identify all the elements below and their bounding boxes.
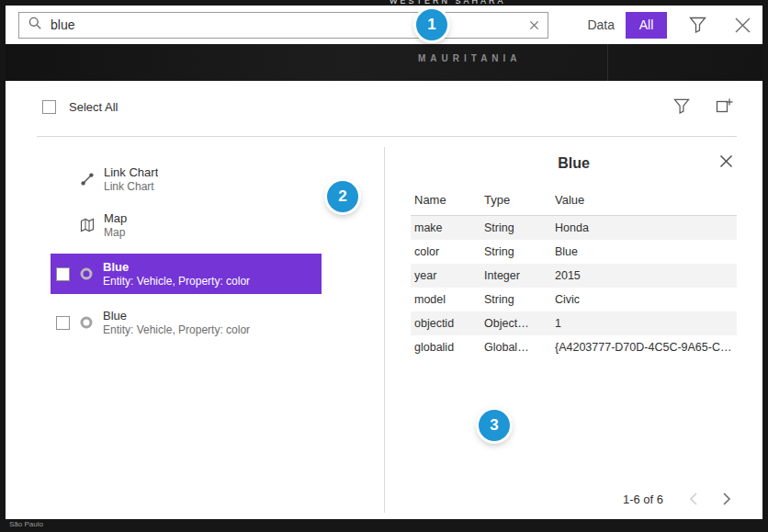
list-item-subtitle: Entity: Vehicle, Property: color [103,323,250,337]
map-icon [80,218,95,232]
select-all-label: Select All [69,100,118,114]
cell-name: objectid [411,317,480,330]
link-chart-icon [80,172,95,187]
callout-badge-1: 1 [416,9,447,40]
app-window: WESTERN SAHARA MAURITANIA São Paulo Data… [0,0,768,532]
cell-type: Object… [480,317,551,330]
map-background: MAURITANIA [6,44,762,81]
property-table: Name Type Value make String Honda color … [411,189,737,359]
clear-search-icon[interactable] [529,20,539,30]
list-item-title: Map [104,211,127,226]
column-header: Name [411,193,480,207]
list-item-map[interactable]: Map Map [51,202,322,248]
cell-type: String [480,221,551,234]
select-all-checkbox[interactable] [42,100,56,114]
list-item-title: Link Chart [104,165,158,180]
table-row: globalid Global… {A4203777-D70D-4C5C-9A6… [411,335,737,359]
table-row: year Integer 2015 [411,264,737,288]
add-selection-icon[interactable] [716,97,733,114]
detail-close-icon[interactable] [719,154,733,168]
callout-badge-3: 3 [479,410,510,441]
page-next-icon[interactable] [722,492,731,506]
panel-actions [673,97,733,114]
all-toggle-button[interactable]: All [626,12,667,39]
search-toolbar: Data All [6,6,762,44]
list-item-subtitle: Map [104,226,127,240]
detail-panel: Blue Name Type Value make String Honda [385,147,762,519]
list-item-subtitle: Link Chart [104,180,158,194]
close-search-icon[interactable] [734,17,751,34]
detail-title: Blue [385,155,762,172]
cell-name: globalid [411,341,480,354]
page-prev-icon[interactable] [689,492,698,506]
panel-divider [37,136,737,137]
cell-name: make [411,221,480,234]
pagination: 1-6 of 6 [623,492,731,506]
entity-icon [79,315,94,330]
map-label-mauritania: MAURITANIA [418,53,522,63]
property-table-header: Name Type Value [411,189,737,216]
list-item-blue-selected[interactable]: Blue Entity: Vehicle, Property: color [51,254,322,294]
list-item-checkbox[interactable] [56,267,70,281]
list-item-title: Blue [103,309,250,323]
select-all-row: Select All [42,100,118,114]
cell-type: String [480,293,551,306]
list-item-subtitle: Entity: Vehicle, Property: color [103,275,250,289]
cell-name: color [411,245,480,258]
callout-badge-2: 2 [327,181,358,212]
data-all-toggle: Data All [576,12,667,39]
cell-name: year [411,269,480,282]
cell-value: 1 [551,317,737,330]
cell-value: {A4203777-D70D-4C5C-9A65-C… [551,341,737,354]
cell-type: Integer [480,269,551,282]
search-box [18,12,548,39]
list-item-title: Blue [103,260,250,275]
search-input[interactable] [51,17,529,32]
pagination-label: 1-6 of 6 [623,492,663,506]
list-item-link-chart[interactable]: Link Chart Link Chart [51,156,322,202]
search-results-panel: Select All Link Chart Link Chart [6,81,762,519]
table-row: color String Blue [411,240,737,264]
results-filter-icon[interactable] [673,97,690,114]
list-item-blue[interactable]: Blue Entity: Vehicle, Property: color [51,300,322,345]
column-header: Value [551,193,737,207]
map-label-bottom: São Paulo [9,520,43,528]
cell-type: String [480,245,551,258]
table-row: make String Honda [411,216,737,240]
data-toggle-button[interactable]: Data [576,12,626,39]
search-icon [28,16,42,34]
cell-value: 2015 [551,269,737,282]
table-row: model String Civic [411,288,737,311]
cell-name: model [411,293,480,306]
cell-type: Global… [480,341,551,354]
entity-icon [79,266,94,281]
result-list: Link Chart Link Chart Map Map [6,147,384,519]
column-header: Type [480,193,551,207]
table-row: objectid Object… 1 [411,311,737,335]
cell-value: Blue [551,245,737,258]
filter-icon[interactable] [689,17,706,33]
cell-value: Honda [551,221,737,234]
list-item-checkbox[interactable] [56,316,70,330]
cell-value: Civic [551,293,737,306]
